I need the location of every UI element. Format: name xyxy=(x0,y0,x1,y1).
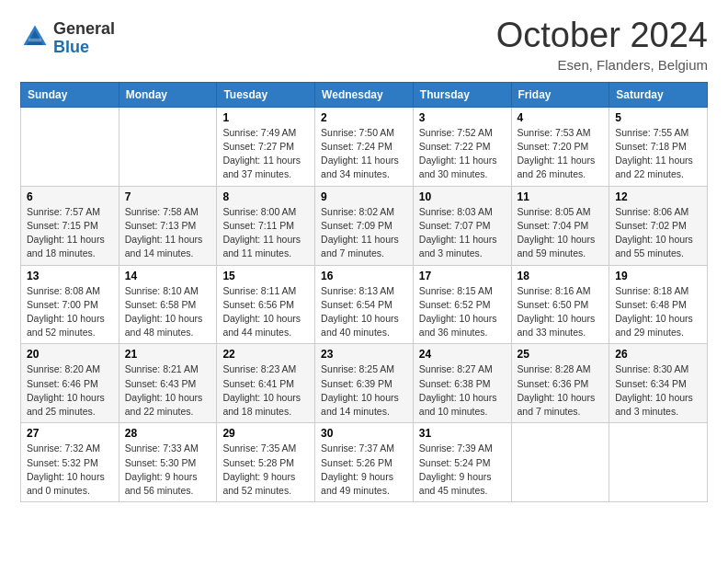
day-info: Sunrise: 8:21 AMSunset: 6:43 PMDaylight:… xyxy=(125,363,203,417)
calendar-cell: 6 Sunrise: 7:57 AMSunset: 7:15 PMDayligh… xyxy=(21,186,119,265)
day-info: Sunrise: 7:49 AMSunset: 7:27 PMDaylight:… xyxy=(222,127,301,180)
day-info: Sunrise: 8:25 AMSunset: 6:39 PMDaylight:… xyxy=(321,363,399,417)
day-number: 16 xyxy=(321,270,407,282)
calendar-cell: 16 Sunrise: 8:13 AMSunset: 6:54 PMDaylig… xyxy=(315,265,414,344)
day-info: Sunrise: 8:27 AMSunset: 6:38 PMDaylight:… xyxy=(419,363,497,417)
day-info: Sunrise: 7:33 AMSunset: 5:30 PMDaylight:… xyxy=(125,442,199,496)
calendar-cell: 19 Sunrise: 8:18 AMSunset: 6:48 PMDaylig… xyxy=(609,265,708,344)
day-number: 7 xyxy=(125,190,211,203)
calendar-cell xyxy=(21,107,119,186)
calendar-cell: 18 Sunrise: 8:16 AMSunset: 6:50 PMDaylig… xyxy=(511,265,609,344)
calendar-cell: 23 Sunrise: 8:25 AMSunset: 6:39 PMDaylig… xyxy=(315,344,414,423)
calendar-cell xyxy=(609,423,708,502)
calendar-cell: 27 Sunrise: 7:32 AMSunset: 5:32 PMDaylig… xyxy=(21,423,119,502)
calendar-cell xyxy=(511,423,609,502)
calendar-cell: 24 Sunrise: 8:27 AMSunset: 6:38 PMDaylig… xyxy=(413,344,511,423)
calendar-cell: 26 Sunrise: 8:30 AMSunset: 6:34 PMDaylig… xyxy=(609,344,708,423)
calendar-cell: 4 Sunrise: 7:53 AMSunset: 7:20 PMDayligh… xyxy=(511,107,609,186)
calendar-week-row: 6 Sunrise: 7:57 AMSunset: 7:15 PMDayligh… xyxy=(21,186,708,265)
calendar-cell: 1 Sunrise: 7:49 AMSunset: 7:27 PMDayligh… xyxy=(217,107,315,186)
day-number: 10 xyxy=(419,190,506,203)
calendar-cell: 3 Sunrise: 7:52 AMSunset: 7:22 PMDayligh… xyxy=(413,107,511,186)
calendar-cell: 11 Sunrise: 8:05 AMSunset: 7:04 PMDaylig… xyxy=(511,186,609,265)
day-info: Sunrise: 8:11 AMSunset: 6:56 PMDaylight:… xyxy=(222,285,301,339)
day-number: 28 xyxy=(125,427,211,440)
calendar-cell: 22 Sunrise: 8:23 AMSunset: 6:41 PMDaylig… xyxy=(217,344,315,423)
day-number: 3 xyxy=(419,111,506,124)
day-info: Sunrise: 8:18 AMSunset: 6:48 PMDaylight:… xyxy=(615,285,693,339)
calendar-week-row: 27 Sunrise: 7:32 AMSunset: 5:32 PMDaylig… xyxy=(21,423,708,502)
day-info: Sunrise: 8:02 AMSunset: 7:09 PMDaylight:… xyxy=(321,206,399,259)
day-number: 22 xyxy=(222,348,309,361)
col-tuesday: Tuesday xyxy=(217,82,315,107)
day-info: Sunrise: 7:52 AMSunset: 7:22 PMDaylight:… xyxy=(419,127,497,180)
calendar-cell xyxy=(119,107,217,186)
weekday-header-row: Sunday Monday Tuesday Wednesday Thursday… xyxy=(21,82,708,107)
calendar-cell: 5 Sunrise: 7:55 AMSunset: 7:18 PMDayligh… xyxy=(609,107,708,186)
logo-blue-text: Blue xyxy=(53,39,115,57)
day-number: 13 xyxy=(27,270,113,282)
day-info: Sunrise: 8:08 AMSunset: 7:00 PMDaylight:… xyxy=(27,285,105,339)
calendar-cell: 14 Sunrise: 8:10 AMSunset: 6:58 PMDaylig… xyxy=(119,265,217,344)
day-number: 31 xyxy=(419,427,506,440)
calendar-cell: 8 Sunrise: 8:00 AMSunset: 7:11 PMDayligh… xyxy=(217,186,315,265)
calendar-week-row: 13 Sunrise: 8:08 AMSunset: 7:00 PMDaylig… xyxy=(21,265,708,344)
day-info: Sunrise: 8:13 AMSunset: 6:54 PMDaylight:… xyxy=(321,285,399,339)
calendar-week-row: 20 Sunrise: 8:20 AMSunset: 6:46 PMDaylig… xyxy=(21,344,708,423)
calendar-cell: 21 Sunrise: 8:21 AMSunset: 6:43 PMDaylig… xyxy=(119,344,217,423)
logo: General Blue xyxy=(20,20,115,57)
calendar-cell: 31 Sunrise: 7:39 AMSunset: 5:24 PMDaylig… xyxy=(413,423,511,502)
calendar-cell: 25 Sunrise: 8:28 AMSunset: 6:36 PMDaylig… xyxy=(511,344,609,423)
col-wednesday: Wednesday xyxy=(315,82,414,107)
day-number: 2 xyxy=(321,111,407,124)
day-number: 17 xyxy=(419,270,506,282)
day-number: 11 xyxy=(518,190,604,203)
calendar-cell: 12 Sunrise: 8:06 AMSunset: 7:02 PMDaylig… xyxy=(609,186,708,265)
day-number: 30 xyxy=(321,427,407,440)
day-info: Sunrise: 8:16 AMSunset: 6:50 PMDaylight:… xyxy=(518,285,596,339)
logo-general-text: General xyxy=(53,20,115,39)
calendar-cell: 15 Sunrise: 8:11 AMSunset: 6:56 PMDaylig… xyxy=(217,265,315,344)
calendar-cell: 20 Sunrise: 8:20 AMSunset: 6:46 PMDaylig… xyxy=(21,344,119,423)
day-number: 1 xyxy=(222,111,309,124)
day-number: 24 xyxy=(419,348,506,361)
calendar-cell: 2 Sunrise: 7:50 AMSunset: 7:24 PMDayligh… xyxy=(315,107,414,186)
day-info: Sunrise: 7:32 AMSunset: 5:32 PMDaylight:… xyxy=(27,442,105,496)
day-number: 27 xyxy=(27,427,113,440)
day-number: 15 xyxy=(222,270,309,282)
day-number: 5 xyxy=(615,111,701,124)
col-thursday: Thursday xyxy=(413,82,511,107)
day-info: Sunrise: 8:06 AMSunset: 7:02 PMDaylight:… xyxy=(615,206,693,259)
calendar-cell: 13 Sunrise: 8:08 AMSunset: 7:00 PMDaylig… xyxy=(21,265,119,344)
col-saturday: Saturday xyxy=(609,82,708,107)
day-number: 29 xyxy=(222,427,309,440)
day-number: 4 xyxy=(518,111,604,124)
day-info: Sunrise: 7:55 AMSunset: 7:18 PMDaylight:… xyxy=(615,127,693,180)
location-title: Esen, Flanders, Belgium xyxy=(496,57,708,73)
svg-rect-2 xyxy=(28,39,41,42)
calendar-week-row: 1 Sunrise: 7:49 AMSunset: 7:27 PMDayligh… xyxy=(21,107,708,186)
logo-icon xyxy=(20,22,50,52)
calendar-cell: 7 Sunrise: 7:58 AMSunset: 7:13 PMDayligh… xyxy=(119,186,217,265)
calendar-cell: 28 Sunrise: 7:33 AMSunset: 5:30 PMDaylig… xyxy=(119,423,217,502)
page: General Blue October 2024 Esen, Flanders… xyxy=(0,0,728,563)
day-number: 14 xyxy=(125,270,211,282)
day-info: Sunrise: 8:15 AMSunset: 6:52 PMDaylight:… xyxy=(419,285,497,339)
day-number: 19 xyxy=(615,270,701,282)
day-info: Sunrise: 8:10 AMSunset: 6:58 PMDaylight:… xyxy=(125,285,203,339)
calendar-cell: 29 Sunrise: 7:35 AMSunset: 5:28 PMDaylig… xyxy=(217,423,315,502)
day-info: Sunrise: 7:37 AMSunset: 5:26 PMDaylight:… xyxy=(321,442,394,496)
day-number: 26 xyxy=(615,348,701,361)
day-info: Sunrise: 7:50 AMSunset: 7:24 PMDaylight:… xyxy=(321,127,399,180)
calendar-cell: 30 Sunrise: 7:37 AMSunset: 5:26 PMDaylig… xyxy=(315,423,414,502)
day-info: Sunrise: 8:03 AMSunset: 7:07 PMDaylight:… xyxy=(419,206,497,259)
day-info: Sunrise: 7:39 AMSunset: 5:24 PMDaylight:… xyxy=(419,442,493,496)
day-info: Sunrise: 7:35 AMSunset: 5:28 PMDaylight:… xyxy=(222,442,296,496)
day-info: Sunrise: 8:05 AMSunset: 7:04 PMDaylight:… xyxy=(518,206,596,259)
day-info: Sunrise: 7:58 AMSunset: 7:13 PMDaylight:… xyxy=(125,206,203,259)
calendar-cell: 9 Sunrise: 8:02 AMSunset: 7:09 PMDayligh… xyxy=(315,186,414,265)
day-number: 23 xyxy=(321,348,407,361)
day-info: Sunrise: 8:30 AMSunset: 6:34 PMDaylight:… xyxy=(615,363,693,417)
day-info: Sunrise: 8:23 AMSunset: 6:41 PMDaylight:… xyxy=(222,363,301,417)
day-number: 9 xyxy=(321,190,407,203)
